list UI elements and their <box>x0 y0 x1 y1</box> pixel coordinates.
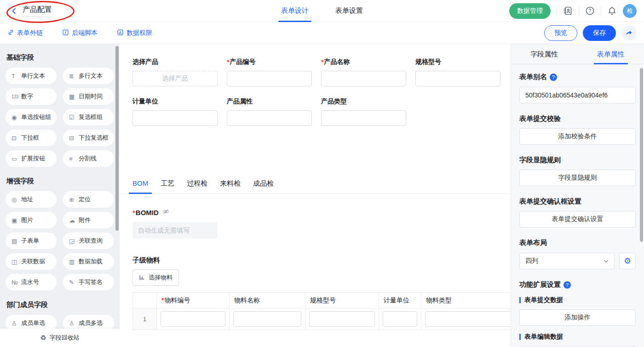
bomid-input[interactable] <box>132 222 218 239</box>
subtable-title: 子级物料 <box>132 256 511 265</box>
back-icon[interactable] <box>10 7 18 15</box>
sidebar-item-serial-number[interactable]: №流水号 <box>6 274 57 290</box>
contacts-book-icon[interactable] <box>563 6 573 16</box>
tab-craft[interactable]: 工艺 <box>161 179 174 193</box>
sidebar-item-extend-button[interactable]: ▭扩展按钮 <box>6 150 57 167</box>
item-label: 子表单 <box>21 237 39 245</box>
item-label: 关联查询 <box>79 237 103 245</box>
divider <box>557 7 557 15</box>
sidebar-item-divider-line[interactable]: ≡分割线 <box>63 150 114 167</box>
help-icon[interactable]: ? <box>550 74 557 81</box>
recycle-label: 字段回收站 <box>50 334 80 342</box>
spec-model-input[interactable] <box>415 71 500 86</box>
item-label: 单行文本 <box>21 72 45 80</box>
tab-process-inspection[interactable]: 过程检 <box>187 179 207 193</box>
header-material-name: 物料名称 <box>230 293 305 308</box>
item-label: 图片 <box>21 216 33 224</box>
field-product-type[interactable]: 产品类型 <box>321 97 406 126</box>
sidebar-item-data-load[interactable]: ▥数据加载 <box>63 253 114 270</box>
data-permission-link[interactable]: 数据权限 <box>117 29 152 37</box>
field-visibility-button[interactable]: 字段显隐规则 <box>519 170 636 186</box>
sidebar-item-select[interactable]: ⊡下拉框 <box>6 130 57 146</box>
field-measure-unit[interactable]: 计量单位 <box>132 97 218 126</box>
bom-tab-bar: BOM 工艺 过程检 来料检 成品检 <box>120 179 511 194</box>
tab-form-settings[interactable]: 表单设置 <box>335 0 363 22</box>
save-button[interactable]: 保存 <box>583 25 616 41</box>
field-spec-model[interactable]: 规格型号 <box>415 58 500 86</box>
field-label: 计量单位 <box>132 97 158 106</box>
tab-incoming-inspection[interactable]: 来料检 <box>220 179 241 193</box>
panel-scrollbar[interactable] <box>640 68 643 242</box>
multi-line-text-icon: ≣ <box>69 73 79 80</box>
field-select-product[interactable]: 选择产品 选择产品 <box>132 58 218 86</box>
notification-bell-icon[interactable] <box>607 6 617 16</box>
sidebar-item-subform[interactable]: ▤子表单 <box>6 233 57 249</box>
product-name-input[interactable] <box>321 71 406 86</box>
share-button[interactable] <box>621 25 637 40</box>
field-product-name[interactable]: *产品名称 <box>321 58 406 86</box>
sidebar-item-multi-select[interactable]: ⊟下拉复选框 <box>63 130 114 146</box>
tab-finished-inspection[interactable]: 成品检 <box>253 179 274 193</box>
preview-button[interactable]: 预览 <box>544 25 577 41</box>
required-mark: * <box>161 296 164 304</box>
submit-confirm-heading: 表单提交确认框设置 <box>519 197 636 206</box>
sidebar-item-multi-line-text[interactable]: ≣多行文本 <box>63 68 114 84</box>
select-product-button[interactable]: 选择产品 <box>132 71 218 86</box>
form-external-link[interactable]: 表单外链 <box>7 29 43 37</box>
sidebar-item-linked-query[interactable]: ◲关联查询 <box>63 233 114 249</box>
svg-text:?: ? <box>589 8 592 13</box>
backend-script-link[interactable]: 后端脚本 <box>62 29 98 37</box>
back-title-group[interactable]: 产品配置 <box>7 5 52 17</box>
product-type-input[interactable] <box>321 110 406 126</box>
eye-invisible-icon[interactable] <box>162 208 170 217</box>
submit-confirm-button[interactable]: 表单提交确认设置 <box>519 211 636 228</box>
form-canvas[interactable]: 选择产品 选择产品 *产品编号 *产品名称 规格型号 计量单位 产品属性 产品类… <box>120 44 511 347</box>
tab-bom[interactable]: BOM <box>132 179 148 193</box>
user-avatar[interactable]: 检 <box>623 4 637 18</box>
product-code-input[interactable] <box>227 71 312 86</box>
product-attribute-input[interactable] <box>227 110 312 126</box>
data-manage-button[interactable]: 数据管理 <box>509 3 551 19</box>
header-material-type: 物料类型 <box>421 293 511 308</box>
sidebar-item-attachment[interactable]: ☁附件 <box>63 212 114 228</box>
submit-data-add-action-button[interactable]: 添加操作 <box>519 309 636 326</box>
sidebar-item-single-line-text[interactable]: T单行文本 <box>6 68 57 84</box>
sidebar-item-linked-data[interactable]: ◫关联数据 <box>6 253 57 270</box>
add-validation-button[interactable]: 添加校验条件 <box>519 128 636 145</box>
material-table: *物料编号 物料名称 规格型号 计量单位 物料类型 1 <box>132 292 511 330</box>
properties-tab-bar: 字段属性 表单属性 <box>511 44 644 64</box>
tab-form-design[interactable]: 表单设计 <box>281 0 309 22</box>
sidebar-item-address[interactable]: ◎地址 <box>6 191 57 208</box>
chevron-down-icon <box>604 260 609 263</box>
material-code-input[interactable] <box>161 311 225 327</box>
sidebar-item-datetime[interactable]: ▦日期时间 <box>63 88 114 105</box>
item-label: 下拉复选框 <box>79 134 109 142</box>
sidebar-item-number[interactable]: 123数字 <box>6 88 57 105</box>
field-product-attribute[interactable]: 产品属性 <box>227 97 312 126</box>
measure-unit-cell-input[interactable] <box>383 311 417 327</box>
sidebar-scrollbar[interactable] <box>115 46 119 231</box>
tab-field-properties[interactable]: 字段属性 <box>511 44 578 64</box>
item-label: 日期时间 <box>79 92 103 101</box>
sidebar-item-checkbox-group[interactable]: ☑复选框组 <box>63 109 114 125</box>
measure-unit-input[interactable] <box>132 110 218 126</box>
tab-form-properties[interactable]: 表单属性 <box>578 44 644 64</box>
help-icon[interactable]: ? <box>564 281 571 289</box>
layout-settings-button[interactable]: ⚙ <box>619 253 636 269</box>
header-material-code: *物料编号 <box>157 293 230 308</box>
select-material-button[interactable]: 选择物料 <box>132 269 179 286</box>
sidebar-item-signature[interactable]: ✎手写签名 <box>63 274 114 290</box>
material-name-input[interactable] <box>233 311 301 327</box>
sidebar-item-location[interactable]: ⊕定位 <box>63 191 114 208</box>
field-recycle-bin[interactable]: ♻ 字段回收站 <box>0 329 120 347</box>
sidebar-item-radio-group[interactable]: ◉单选按钮组 <box>6 109 57 125</box>
single-line-text-icon: T <box>12 73 21 80</box>
page-title[interactable]: 产品配置 <box>23 5 52 17</box>
form-alias-input[interactable] <box>519 87 636 103</box>
field-product-code[interactable]: *产品编号 <box>227 58 312 86</box>
spec-model-cell-input[interactable] <box>309 311 375 327</box>
layout-select[interactable]: 四列 <box>519 253 615 269</box>
help-icon[interactable]: ? <box>585 6 595 16</box>
sidebar-item-image[interactable]: ▣图片 <box>6 212 57 228</box>
material-type-input[interactable] <box>425 311 511 327</box>
